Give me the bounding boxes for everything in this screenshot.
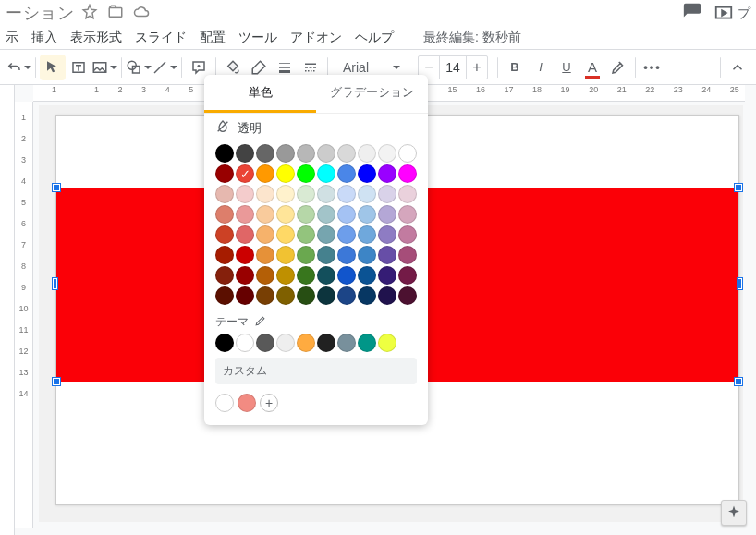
explore-button[interactable] (721, 500, 747, 526)
resize-handle-nw[interactable] (53, 184, 60, 191)
color-swatch[interactable] (358, 164, 376, 183)
color-swatch[interactable] (358, 144, 376, 163)
menu-insert[interactable]: 挿入 (31, 30, 57, 46)
comments-icon[interactable] (682, 2, 702, 25)
color-swatch[interactable] (317, 144, 335, 163)
move-to-drive-icon[interactable] (107, 4, 124, 23)
color-swatch[interactable] (256, 266, 274, 285)
shape-tool[interactable] (126, 55, 152, 80)
pencil-icon[interactable] (254, 315, 266, 330)
color-swatch[interactable] (317, 185, 335, 203)
color-swatch[interactable] (337, 225, 356, 244)
resize-handle-e[interactable] (738, 278, 742, 289)
present-button[interactable]: プ (713, 4, 750, 24)
color-swatch[interactable] (358, 286, 376, 305)
color-swatch[interactable] (276, 205, 295, 224)
color-swatch[interactable] (337, 286, 356, 305)
color-swatch[interactable] (317, 205, 335, 224)
menu-view-fragment[interactable]: 示 (6, 30, 18, 46)
color-swatch[interactable] (378, 286, 396, 305)
color-swatch[interactable]: ✓ (236, 164, 254, 183)
color-swatch[interactable] (236, 246, 254, 264)
color-swatch[interactable] (297, 205, 315, 224)
color-swatch[interactable] (358, 225, 376, 244)
tab-solid[interactable]: 単色 (204, 75, 316, 113)
color-swatch[interactable] (236, 185, 254, 203)
color-swatch[interactable] (276, 164, 295, 183)
color-swatch[interactable] (215, 286, 234, 305)
color-swatch[interactable] (378, 334, 396, 352)
more-options-button[interactable]: ••• (640, 55, 665, 80)
menu-tools[interactable]: ツール (238, 30, 277, 46)
bold-button[interactable]: B (502, 55, 528, 80)
color-swatch[interactable] (215, 205, 234, 224)
color-swatch[interactable] (236, 286, 254, 305)
color-swatch[interactable] (256, 334, 274, 352)
color-swatch[interactable] (337, 205, 356, 224)
color-swatch[interactable] (317, 225, 335, 244)
text-color-button[interactable]: A (579, 55, 605, 80)
color-swatch[interactable] (337, 266, 356, 285)
color-swatch[interactable] (256, 225, 274, 244)
color-swatch[interactable] (358, 185, 376, 203)
color-swatch[interactable] (358, 334, 376, 352)
underline-button[interactable]: U (554, 55, 579, 80)
color-swatch[interactable] (337, 246, 356, 264)
color-swatch[interactable] (276, 144, 295, 163)
color-swatch[interactable] (256, 246, 274, 264)
color-swatch[interactable] (276, 286, 295, 305)
color-swatch[interactable] (236, 144, 254, 163)
resize-handle-sw[interactable] (53, 378, 60, 385)
color-swatch[interactable] (317, 164, 335, 183)
color-swatch[interactable] (317, 266, 335, 285)
resize-handle-ne[interactable] (735, 184, 742, 191)
color-swatch[interactable] (337, 164, 356, 183)
color-swatch[interactable] (256, 205, 274, 224)
color-swatch[interactable] (276, 334, 295, 352)
color-swatch[interactable] (358, 205, 376, 224)
undo-dropdown[interactable] (6, 55, 31, 80)
font-size-value[interactable]: 14 (439, 56, 467, 79)
resize-handle-se[interactable] (735, 378, 742, 385)
color-swatch[interactable] (215, 246, 234, 264)
color-swatch[interactable] (317, 286, 335, 305)
add-custom-color-button[interactable]: + (260, 394, 278, 412)
color-swatch[interactable] (236, 334, 254, 352)
color-swatch[interactable] (236, 205, 254, 224)
color-swatch[interactable] (236, 266, 254, 285)
color-swatch[interactable] (398, 185, 417, 203)
color-swatch[interactable] (276, 246, 295, 264)
menu-addons[interactable]: アドオン (290, 30, 342, 46)
menu-help[interactable]: ヘルプ (355, 30, 394, 46)
collapse-side-button[interactable] (725, 55, 750, 80)
color-swatch[interactable] (276, 185, 295, 203)
color-swatch[interactable] (398, 205, 417, 224)
color-swatch[interactable] (398, 246, 417, 264)
color-swatch[interactable] (317, 246, 335, 264)
color-swatch[interactable] (378, 246, 396, 264)
color-swatch[interactable] (378, 225, 396, 244)
tab-gradient[interactable]: グラデーション (316, 75, 428, 113)
color-swatch[interactable] (378, 266, 396, 285)
color-swatch[interactable] (317, 334, 335, 352)
color-swatch[interactable] (398, 286, 417, 305)
color-swatch[interactable] (215, 144, 234, 163)
cloud-status-icon[interactable] (133, 4, 150, 23)
color-swatch[interactable] (276, 266, 295, 285)
last-edit-link[interactable]: 最終編集: 数秒前 (423, 30, 521, 46)
color-swatch[interactable] (358, 266, 376, 285)
color-swatch[interactable] (378, 185, 396, 203)
color-swatch[interactable] (236, 225, 254, 244)
color-swatch[interactable] (297, 334, 315, 352)
transparent-option[interactable]: 透明 (204, 114, 428, 142)
color-swatch[interactable] (256, 144, 274, 163)
color-swatch[interactable] (215, 266, 234, 285)
color-swatch[interactable] (238, 394, 256, 412)
color-swatch[interactable] (398, 225, 417, 244)
color-swatch[interactable] (378, 164, 396, 183)
line-tool[interactable] (152, 55, 177, 80)
color-swatch[interactable] (297, 286, 315, 305)
textbox-tool[interactable] (66, 55, 91, 80)
resize-handle-w[interactable] (53, 278, 57, 289)
color-swatch[interactable] (378, 144, 396, 163)
